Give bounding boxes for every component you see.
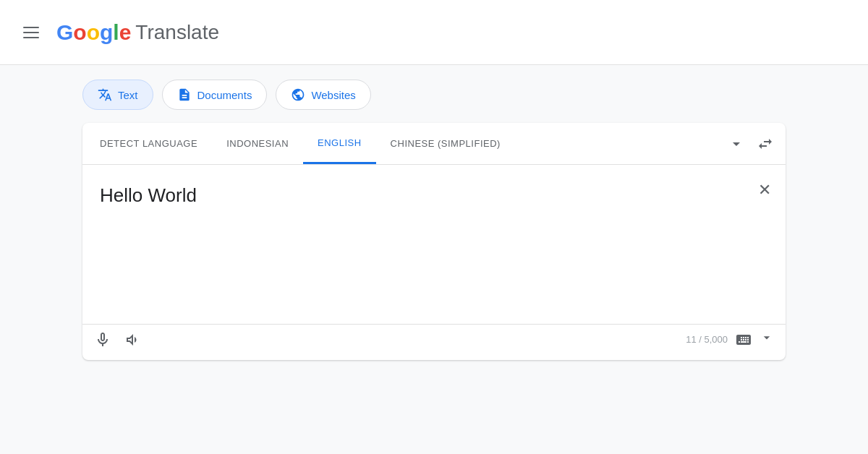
main-content: DETECT LANGUAGE INDONESIAN ENGLISH CHINE… [0, 110, 868, 360]
tab-websites[interactable]: Websites [276, 80, 370, 110]
lang-english[interactable]: ENGLISH [303, 123, 376, 164]
document-icon [177, 87, 192, 102]
language-selector-row: DETECT LANGUAGE INDONESIAN ENGLISH CHINE… [82, 123, 786, 165]
tab-documents-label: Documents [197, 89, 252, 101]
swap-languages-button[interactable] [757, 135, 774, 153]
tab-documents[interactable]: Documents [162, 80, 268, 110]
lang-indonesian[interactable]: INDONESIAN [212, 123, 303, 164]
lang-detect[interactable]: DETECT LANGUAGE [94, 123, 212, 164]
globe-icon [291, 87, 305, 102]
listen-button[interactable] [123, 331, 140, 348]
input-area: Hello World ✕ [82, 165, 786, 324]
tab-text-label: Text [118, 89, 138, 101]
input-toolbar: 11 / 5,000 [82, 324, 786, 360]
keyboard-dropdown-button[interactable] [760, 330, 774, 348]
tab-text[interactable]: Text [82, 80, 153, 110]
logo-translate-text: Translate [135, 21, 219, 44]
keyboard-button[interactable] [735, 331, 752, 348]
char-count-text: 11 / 5,000 [686, 334, 728, 345]
char-count-area: 11 / 5,000 [686, 330, 774, 348]
menu-button[interactable] [17, 21, 45, 44]
mic-icon [94, 331, 111, 348]
keyboard-icon [735, 331, 752, 348]
lang-chinese-simplified[interactable]: CHINESE (SIMPLIFIED) [376, 123, 515, 164]
dropdown-arrow-icon [760, 330, 774, 345]
header: Google Translate [0, 0, 868, 65]
chevron-down-icon [728, 135, 745, 153]
voice-input-button[interactable] [94, 331, 111, 348]
app-logo: Google Translate [56, 20, 219, 45]
source-text-input[interactable]: Hello World [100, 182, 732, 208]
translate-icon [98, 87, 112, 102]
logo-google-text: Google [56, 20, 131, 45]
more-languages-button[interactable] [728, 135, 745, 153]
tab-websites-label: Websites [311, 89, 355, 101]
tabs-bar: Text Documents Websites [0, 65, 868, 110]
clear-button[interactable]: ✕ [758, 181, 771, 200]
translate-box: DETECT LANGUAGE INDONESIAN ENGLISH CHINE… [82, 123, 786, 360]
speaker-icon [123, 331, 140, 348]
swap-icon [757, 135, 774, 153]
